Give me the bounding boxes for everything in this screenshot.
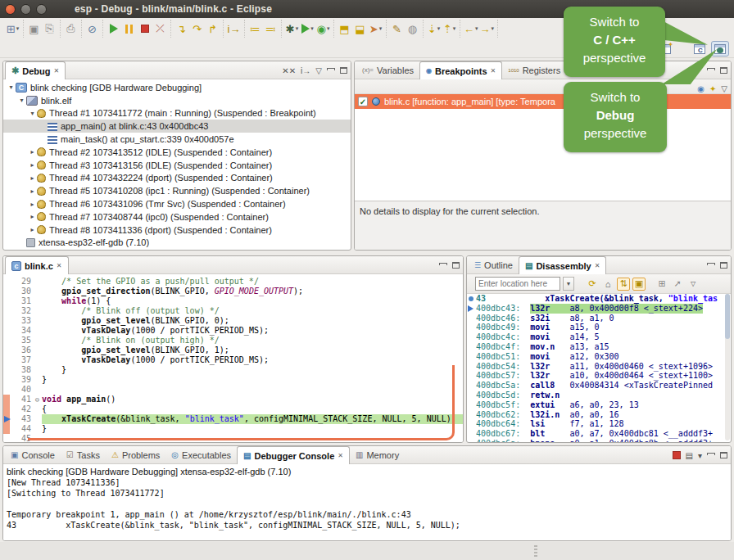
disassembly-line[interactable]: 400dbc4f: mov.n a13, a15 <box>467 342 725 352</box>
view-menu-icon[interactable]: ▽ <box>315 66 322 75</box>
location-input[interactable] <box>475 277 560 291</box>
minimize-view-icon[interactable] <box>327 68 335 70</box>
skip-all-breakpoints-button[interactable]: ⊘ <box>85 21 99 36</box>
editor-line[interactable]: 45 <box>3 434 463 443</box>
debug-filters-button[interactable]: ≕ <box>264 21 278 36</box>
tab-variables[interactable]: (x)=Variables <box>356 61 419 79</box>
print-button[interactable]: ⎙ <box>64 21 78 36</box>
disassembly-line[interactable]: 400dbc6a: bnone a0, a1, 0x400dbc8b <__ad… <box>467 439 725 442</box>
debug-tree-item[interactable]: xtensa-esp32-elf-gdb (7.10) <box>3 237 351 250</box>
external-tools-button[interactable]: ◉▾ <box>316 21 330 36</box>
disassembly-scrollbar[interactable] <box>725 294 730 440</box>
home-icon[interactable]: ⌂ <box>601 278 614 291</box>
tab-tasks[interactable]: ☑Tasks <box>61 446 106 463</box>
dropdown-arrow-icon[interactable]: ▾ <box>310 25 314 32</box>
tab-console[interactable]: ▣Console <box>5 446 61 463</box>
forward-button[interactable]: →▾ <box>480 21 495 36</box>
editor-line[interactable]: 44} <box>3 424 463 434</box>
dropdown-arrow-icon[interactable]: ▾ <box>16 25 20 32</box>
expander-icon[interactable]: ▸ <box>28 226 37 233</box>
resume-button[interactable] <box>106 21 120 36</box>
disassembly-line[interactable]: 400dbc46: s32i a8, a1, 0 <box>467 314 725 323</box>
search-button[interactable]: ✎ <box>390 21 404 36</box>
maximize-view-icon[interactable] <box>452 262 460 269</box>
editor-line[interactable]: 33 gpio_set_level(BLINK_GPIO, 0); <box>3 316 463 326</box>
expander-icon[interactable]: ▾ <box>17 97 26 104</box>
editor-line[interactable]: 32 /* Blink off (output low) */ <box>3 306 463 316</box>
minimize-view-icon[interactable] <box>707 453 715 455</box>
disassembly-line[interactable]: 400dbc4c: movi a14, 5 <box>467 332 725 342</box>
close-tab-icon[interactable]: ✕ <box>57 262 62 269</box>
pin-view-icon[interactable]: ➚ <box>671 278 684 291</box>
debug-tree-item[interactable]: ▸Thread #4 1073432224 (dport) (Suspended… <box>3 172 351 185</box>
debug-perspective-button[interactable] <box>711 41 729 56</box>
maximize-view-icon[interactable] <box>340 67 347 74</box>
disassembly-line[interactable]: 43 xTaskCreate(&blink_task, "blink_tas <box>467 294 725 304</box>
expander-icon[interactable]: ▸ <box>28 201 37 208</box>
debug-tree-item[interactable]: ▸Thread #2 1073413512 (IDLE) (Suspended … <box>3 146 351 159</box>
tab-executables[interactable]: ◎Executables <box>165 446 237 463</box>
debug-tree-item[interactable]: main_task() at cpu_start.c:339 0x400d057… <box>3 133 351 146</box>
editor-line[interactable]: 38 } <box>3 365 463 375</box>
maximize-view-icon[interactable] <box>720 262 727 269</box>
run-button[interactable]: ▾ <box>301 21 315 36</box>
editor-line[interactable]: 30 gpio_set_direction(BLINK_GPIO, GPIO_M… <box>3 287 463 296</box>
tab-problems[interactable]: ⚠Problems <box>106 446 165 463</box>
step-into-button[interactable]: ↴ <box>174 21 188 36</box>
debug-tree-item[interactable]: ▾blink.elf <box>3 94 351 107</box>
close-tab-icon[interactable]: ✕ <box>338 452 343 459</box>
expander-icon[interactable]: ▸ <box>28 213 37 220</box>
editor-line[interactable]: 34 vTaskDelay(1000 / portTICK_PERIOD_MS)… <box>3 326 463 336</box>
tab-debugger-console[interactable]: ▤Debugger Console✕ <box>237 446 350 464</box>
dropdown-arrow-icon[interactable]: ▾ <box>296 25 299 32</box>
previous-annotation-button[interactable]: ⇡▾ <box>442 21 456 36</box>
dropdown-arrow-icon[interactable]: ▾ <box>453 25 456 32</box>
expander-icon[interactable]: ▾ <box>7 84 16 91</box>
tab-disassembly[interactable]: ▤Disassembly✕ <box>519 256 606 274</box>
expander-icon[interactable]: ▸ <box>28 174 37 182</box>
refresh-icon[interactable]: ⟳ <box>586 278 599 291</box>
disconnect-button[interactable]: ⤫ <box>153 21 167 36</box>
dropdown-arrow-icon[interactable]: ▾ <box>475 25 478 32</box>
debug-tree-item[interactable]: ▸Thread #3 1073413156 (IDLE) (Suspended … <box>3 159 351 172</box>
expander-icon[interactable]: ▸ <box>28 187 37 195</box>
new-wizard-button[interactable]: ⊞▾ <box>6 21 20 36</box>
disassembly-line[interactable]: 400dbc5f: extui a6, a0, 23, 13 <box>467 400 725 410</box>
editor-line[interactable]: 29 /* Set the GPIO as a push/pull output… <box>3 277 463 287</box>
debug-button[interactable]: ✱▾ <box>285 21 299 36</box>
tab-breakpoints[interactable]: ◉Breakpoints✕ <box>419 61 502 79</box>
breakpoint-groups-icon[interactable]: ✦ <box>709 84 716 93</box>
breakpoint-checkbox[interactable]: ✓ <box>358 97 368 106</box>
mark-occurrences-button[interactable]: ◍ <box>406 21 419 36</box>
debug-tree-item[interactable]: ▸Thread #6 1073431096 (Tmr Svc) (Suspend… <box>3 197 351 210</box>
expander-icon[interactable]: ▸ <box>28 148 37 156</box>
dropdown-arrow-icon[interactable]: ▾ <box>379 25 383 32</box>
tab-blink-c[interactable]: cblink.c✕ <box>5 256 69 274</box>
disassembly-line[interactable]: 400dbc51: movi a12, 0x300 <box>467 352 725 362</box>
terminate-button[interactable] <box>138 21 152 36</box>
step-return-button[interactable]: ↱ <box>206 21 220 36</box>
disassembly-line[interactable]: 400dbc5a: call8 0x40084314 <xTaskCreateP… <box>467 381 725 391</box>
editor-line[interactable]: 40 <box>3 385 463 395</box>
editor-line[interactable]: 42{ <box>3 404 463 414</box>
maximize-view-icon[interactable] <box>720 67 727 74</box>
link-active-context-icon[interactable]: ▣ <box>632 278 646 291</box>
close-tab-icon[interactable]: ✕ <box>53 67 59 75</box>
expander-icon[interactable]: ▾ <box>28 110 37 117</box>
disassembly-line[interactable]: 400dbc64: lsi f7, a1, 128 <box>467 419 725 429</box>
disassembly-line[interactable]: 400dbc54: l32r a11, 0x400d0460 <_stext+1… <box>467 362 725 372</box>
console-output[interactable]: blink checking [GDB Hardware Debugging] … <box>3 464 731 540</box>
instruction-mode-icon[interactable]: i→ <box>301 66 310 75</box>
disassembly-line[interactable]: 400dbc67: blt a0, a7, 0x400dbc81 <__addd… <box>467 429 725 439</box>
close-tab-icon[interactable]: ✕ <box>595 262 600 269</box>
maximize-window-button[interactable] <box>36 4 47 15</box>
minimize-view-icon[interactable] <box>707 263 715 265</box>
close-tab-icon[interactable]: ✕ <box>491 67 496 75</box>
disassembly-line[interactable]: 400dbc5d: retw.n <box>467 391 725 400</box>
open-new-view-icon[interactable]: ⊞ <box>655 278 668 291</box>
dropdown-arrow-icon[interactable]: ▾ <box>327 25 330 32</box>
use-step-filters-button[interactable]: ≔ <box>248 21 262 36</box>
remove-terminated-icon[interactable]: ✕✕ <box>282 66 296 75</box>
editor-line[interactable]: 31 while(1) { <box>3 296 463 306</box>
minimize-window-button[interactable] <box>20 4 31 15</box>
